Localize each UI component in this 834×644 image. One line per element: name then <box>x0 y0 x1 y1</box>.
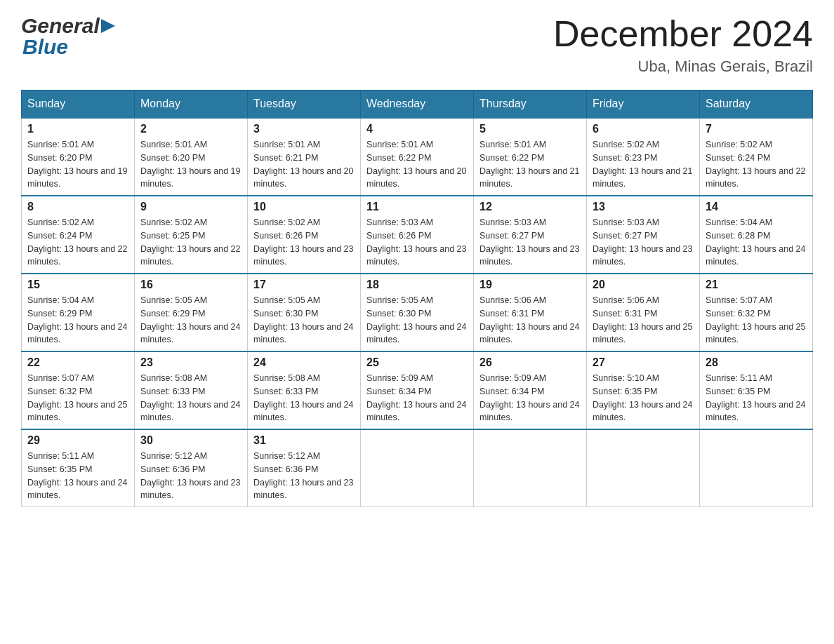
calendar-cell <box>474 429 587 507</box>
calendar-header-wednesday: Wednesday <box>361 90 474 119</box>
day-info: Sunrise: 5:09 AM Sunset: 6:34 PM Dayligh… <box>366 372 468 424</box>
day-number: 11 <box>366 201 468 213</box>
calendar-header-friday: Friday <box>587 90 700 119</box>
calendar-cell: 11 Sunrise: 5:03 AM Sunset: 6:26 PM Dayl… <box>361 196 474 274</box>
day-number: 6 <box>593 123 694 135</box>
calendar-cell: 23 Sunrise: 5:08 AM Sunset: 6:33 PM Dayl… <box>135 351 248 429</box>
calendar-cell: 30 Sunrise: 5:12 AM Sunset: 6:36 PM Dayl… <box>135 429 248 507</box>
day-info: Sunrise: 5:02 AM Sunset: 6:24 PM Dayligh… <box>27 216 128 269</box>
day-info: Sunrise: 5:01 AM Sunset: 6:22 PM Dayligh… <box>366 138 468 191</box>
calendar-header-sunday: Sunday <box>22 90 135 119</box>
calendar-cell: 5 Sunrise: 5:01 AM Sunset: 6:22 PM Dayli… <box>474 118 587 196</box>
day-number: 3 <box>253 123 355 135</box>
calendar-cell: 26 Sunrise: 5:09 AM Sunset: 6:34 PM Dayl… <box>474 351 587 429</box>
calendar-cell <box>587 429 700 507</box>
calendar-cell: 29 Sunrise: 5:11 AM Sunset: 6:35 PM Dayl… <box>22 429 135 507</box>
day-info: Sunrise: 5:08 AM Sunset: 6:33 PM Dayligh… <box>140 372 241 424</box>
calendar-cell: 16 Sunrise: 5:05 AM Sunset: 6:29 PM Dayl… <box>135 274 248 351</box>
day-number: 16 <box>140 279 241 291</box>
day-number: 27 <box>593 356 694 369</box>
calendar-cell: 1 Sunrise: 5:01 AM Sunset: 6:20 PM Dayli… <box>22 118 135 196</box>
day-number: 20 <box>593 279 694 291</box>
calendar-cell: 7 Sunrise: 5:02 AM Sunset: 6:24 PM Dayli… <box>700 118 813 196</box>
calendar-cell: 10 Sunrise: 5:02 AM Sunset: 6:26 PM Dayl… <box>248 196 361 274</box>
day-info: Sunrise: 5:02 AM Sunset: 6:24 PM Dayligh… <box>706 138 807 191</box>
day-number: 25 <box>366 356 468 369</box>
calendar-header-row: SundayMondayTuesdayWednesdayThursdayFrid… <box>22 90 813 119</box>
calendar-cell: 9 Sunrise: 5:02 AM Sunset: 6:25 PM Dayli… <box>135 196 248 274</box>
logo-arrow-icon <box>101 16 121 36</box>
calendar-cell: 2 Sunrise: 5:01 AM Sunset: 6:20 PM Dayli… <box>135 118 248 196</box>
day-number: 28 <box>706 356 807 369</box>
day-number: 21 <box>706 279 807 291</box>
day-number: 19 <box>479 279 581 291</box>
logo-text: General <box>21 14 121 38</box>
day-info: Sunrise: 5:08 AM Sunset: 6:33 PM Dayligh… <box>253 372 355 424</box>
calendar-cell <box>361 429 474 507</box>
calendar-cell: 4 Sunrise: 5:01 AM Sunset: 6:22 PM Dayli… <box>361 118 474 196</box>
calendar-cell: 27 Sunrise: 5:10 AM Sunset: 6:35 PM Dayl… <box>587 351 700 429</box>
logo-general-text: General <box>21 14 100 38</box>
calendar-header-thursday: Thursday <box>474 90 587 119</box>
calendar-cell <box>700 429 813 507</box>
calendar-cell: 28 Sunrise: 5:11 AM Sunset: 6:35 PM Dayl… <box>700 351 813 429</box>
day-number: 26 <box>479 356 581 369</box>
day-number: 9 <box>140 201 241 213</box>
calendar-week-row: 29 Sunrise: 5:11 AM Sunset: 6:35 PM Dayl… <box>22 429 813 507</box>
day-info: Sunrise: 5:02 AM Sunset: 6:26 PM Dayligh… <box>253 216 355 269</box>
calendar-header-monday: Monday <box>135 90 248 119</box>
logo: General Blue <box>21 14 121 59</box>
day-info: Sunrise: 5:02 AM Sunset: 6:25 PM Dayligh… <box>140 216 241 269</box>
day-number: 31 <box>253 434 355 447</box>
day-info: Sunrise: 5:11 AM Sunset: 6:35 PM Dayligh… <box>27 450 128 502</box>
day-info: Sunrise: 5:06 AM Sunset: 6:31 PM Dayligh… <box>593 294 694 347</box>
calendar-cell: 24 Sunrise: 5:08 AM Sunset: 6:33 PM Dayl… <box>248 351 361 429</box>
day-info: Sunrise: 5:03 AM Sunset: 6:27 PM Dayligh… <box>593 216 694 269</box>
calendar-cell: 8 Sunrise: 5:02 AM Sunset: 6:24 PM Dayli… <box>22 196 135 274</box>
calendar-cell: 13 Sunrise: 5:03 AM Sunset: 6:27 PM Dayl… <box>587 196 700 274</box>
calendar-cell: 21 Sunrise: 5:07 AM Sunset: 6:32 PM Dayl… <box>700 274 813 351</box>
calendar-cell: 19 Sunrise: 5:06 AM Sunset: 6:31 PM Dayl… <box>474 274 587 351</box>
day-number: 15 <box>27 279 128 291</box>
calendar-week-row: 22 Sunrise: 5:07 AM Sunset: 6:32 PM Dayl… <box>22 351 813 429</box>
day-info: Sunrise: 5:04 AM Sunset: 6:28 PM Dayligh… <box>706 216 807 269</box>
calendar-week-row: 8 Sunrise: 5:02 AM Sunset: 6:24 PM Dayli… <box>22 196 813 274</box>
day-info: Sunrise: 5:05 AM Sunset: 6:29 PM Dayligh… <box>140 294 241 347</box>
day-info: Sunrise: 5:07 AM Sunset: 6:32 PM Dayligh… <box>706 294 807 347</box>
svg-marker-0 <box>101 19 115 33</box>
day-info: Sunrise: 5:05 AM Sunset: 6:30 PM Dayligh… <box>366 294 468 347</box>
day-info: Sunrise: 5:01 AM Sunset: 6:22 PM Dayligh… <box>479 138 581 191</box>
day-number: 1 <box>27 123 128 135</box>
calendar-week-row: 15 Sunrise: 5:04 AM Sunset: 6:29 PM Dayl… <box>22 274 813 351</box>
day-info: Sunrise: 5:09 AM Sunset: 6:34 PM Dayligh… <box>479 372 581 424</box>
day-number: 10 <box>253 201 355 213</box>
calendar-cell: 15 Sunrise: 5:04 AM Sunset: 6:29 PM Dayl… <box>22 274 135 351</box>
calendar-cell: 18 Sunrise: 5:05 AM Sunset: 6:30 PM Dayl… <box>361 274 474 351</box>
day-info: Sunrise: 5:03 AM Sunset: 6:26 PM Dayligh… <box>366 216 468 269</box>
day-info: Sunrise: 5:12 AM Sunset: 6:36 PM Dayligh… <box>140 450 241 502</box>
day-info: Sunrise: 5:06 AM Sunset: 6:31 PM Dayligh… <box>479 294 581 347</box>
logo-blue-text: Blue <box>22 35 68 59</box>
calendar-header-tuesday: Tuesday <box>248 90 361 119</box>
day-info: Sunrise: 5:12 AM Sunset: 6:36 PM Dayligh… <box>253 450 355 502</box>
day-number: 2 <box>140 123 241 135</box>
day-number: 23 <box>140 356 241 369</box>
calendar-cell: 22 Sunrise: 5:07 AM Sunset: 6:32 PM Dayl… <box>22 351 135 429</box>
day-number: 14 <box>706 201 807 213</box>
location: Uba, Minas Gerais, Brazil <box>553 58 813 76</box>
day-info: Sunrise: 5:05 AM Sunset: 6:30 PM Dayligh… <box>253 294 355 347</box>
title-section: December 2024 Uba, Minas Gerais, Brazil <box>553 14 813 76</box>
day-number: 30 <box>140 434 241 447</box>
day-number: 4 <box>366 123 468 135</box>
day-number: 13 <box>593 201 694 213</box>
page-header: General Blue December 2024 Uba, Minas Ge… <box>21 14 813 76</box>
calendar-cell: 14 Sunrise: 5:04 AM Sunset: 6:28 PM Dayl… <box>700 196 813 274</box>
day-number: 5 <box>479 123 581 135</box>
calendar-cell: 6 Sunrise: 5:02 AM Sunset: 6:23 PM Dayli… <box>587 118 700 196</box>
day-info: Sunrise: 5:04 AM Sunset: 6:29 PM Dayligh… <box>27 294 128 347</box>
day-info: Sunrise: 5:07 AM Sunset: 6:32 PM Dayligh… <box>27 372 128 424</box>
calendar-cell: 17 Sunrise: 5:05 AM Sunset: 6:30 PM Dayl… <box>248 274 361 351</box>
day-info: Sunrise: 5:10 AM Sunset: 6:35 PM Dayligh… <box>593 372 694 424</box>
calendar-cell: 12 Sunrise: 5:03 AM Sunset: 6:27 PM Dayl… <box>474 196 587 274</box>
calendar-cell: 3 Sunrise: 5:01 AM Sunset: 6:21 PM Dayli… <box>248 118 361 196</box>
